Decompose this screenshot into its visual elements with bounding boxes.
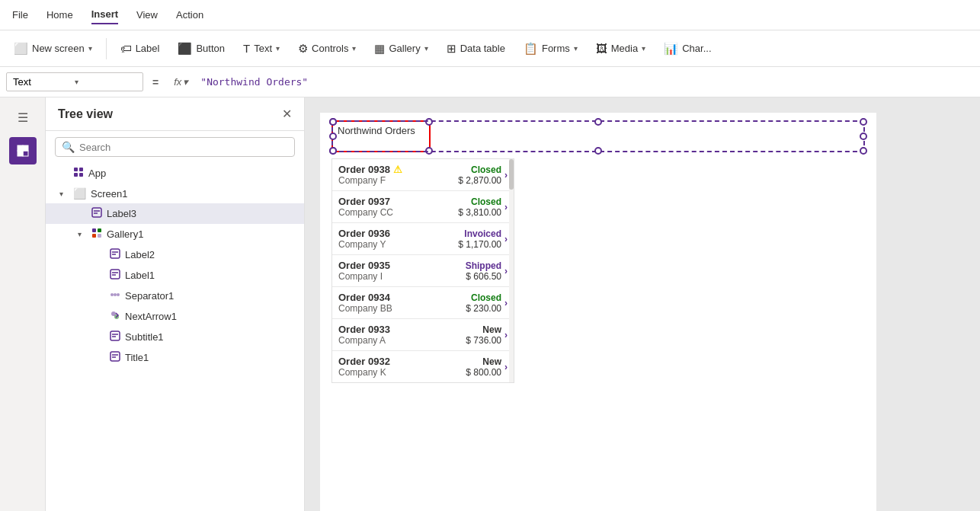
formula-input[interactable]: "Northwind Orders" [197, 73, 974, 91]
order-row-0934[interactable]: Order 0934 Company BB Closed $ 230.00 › [332, 287, 514, 319]
data-table-button[interactable]: ⊞ Data table [439, 37, 513, 60]
order-chevron-0936[interactable]: › [504, 234, 508, 244]
search-input[interactable] [79, 142, 288, 153]
label3-icon [91, 207, 102, 220]
media-button[interactable]: 🖼 Media ▾ [588, 37, 653, 59]
menu-home[interactable]: Home [46, 6, 73, 24]
expand-gallery1[interactable]: ▾ [78, 230, 87, 238]
svg-rect-26 [110, 331, 120, 340]
menu-file[interactable]: File [12, 6, 28, 24]
new-screen-caret: ▾ [88, 44, 92, 53]
order-chevron-0934[interactable]: › [504, 298, 508, 308]
order-row-0935[interactable]: Order 0935 Company I Shipped $ 606.50 › [332, 255, 514, 287]
charts-button[interactable]: 📊 Char... [656, 37, 719, 60]
menu-view[interactable]: View [136, 6, 158, 24]
order-chevron-0935[interactable]: › [504, 266, 508, 276]
tree-item-gallery1[interactable]: ▾ Gallery1 [46, 224, 304, 244]
tree-item-app-label: App [88, 168, 106, 179]
menu-action[interactable]: Action [176, 6, 203, 24]
button-icon: ⬛ [178, 42, 192, 56]
gallery-caret: ▾ [424, 44, 428, 53]
handle-wide-bm[interactable] [594, 147, 602, 155]
order-chevron-0937[interactable]: › [504, 202, 508, 212]
order-row-0932[interactable]: Order 0932 Company K New $ 800.00 › [332, 351, 514, 382]
svg-rect-15 [110, 249, 120, 258]
tree-item-gallery1-label: Gallery1 [107, 228, 143, 240]
screen-canvas: Northwind Orders [320, 113, 876, 511]
order-company-0933: Company A [338, 335, 453, 346]
canvas-area[interactable]: Northwind Orders [305, 97, 980, 511]
order-amount-0935: $ 606.50 [456, 271, 501, 282]
order-status-0935: Shipped [456, 260, 501, 271]
order-chevron-0932[interactable]: › [504, 362, 508, 372]
order-status-0936: Invoiced [456, 228, 501, 239]
order-number-0935: Order 0935 [338, 260, 453, 271]
tree-header: Tree view ✕ [46, 97, 304, 131]
subtitle1-icon [110, 331, 120, 343]
order-row-0938[interactable]: Order 0938 ⚠ Company F Closed $ 2,870.00… [332, 159, 514, 191]
sidebar-layers[interactable] [9, 137, 37, 164]
order-row-0933[interactable]: Order 0933 Company A New $ 736.00 › [332, 319, 514, 351]
expand-screen1[interactable]: ▾ [59, 190, 69, 198]
text-button[interactable]: T Text ▾ [235, 37, 287, 59]
label-button[interactable]: 🏷 Label [113, 37, 168, 59]
controls-icon: ⚙ [298, 42, 308, 56]
handle-wide-tm[interactable] [594, 118, 602, 126]
order-row-0937[interactable]: Order 0937 Company CC Closed $ 3,810.00 … [332, 191, 514, 223]
order-company-0932: Company K [338, 367, 453, 378]
menu-bar: File Home Insert View Action [0, 0, 980, 30]
forms-button[interactable]: 📋 Forms ▾ [516, 37, 585, 60]
tree-item-app[interactable]: App [46, 163, 304, 184]
formula-selector[interactable]: Text ▾ [6, 72, 143, 91]
svg-rect-6 [74, 173, 78, 177]
gallery-button[interactable]: ▦ Gallery ▾ [367, 37, 435, 60]
tree-item-title1[interactable]: Title1 [46, 347, 304, 368]
tree-item-label3[interactable]: Label3 [46, 203, 304, 224]
label3-selected[interactable]: Northwind Orders [331, 120, 431, 152]
tree-item-label2[interactable]: Label2 [46, 244, 304, 265]
new-screen-button[interactable]: ⬜ New screen ▾ [6, 37, 100, 60]
handle-wide-tr[interactable] [860, 118, 867, 126]
tree-item-label1[interactable]: Label1 [46, 265, 304, 286]
tree-item-label2-label: Label2 [125, 249, 155, 260]
handle-br[interactable] [425, 147, 433, 155]
tree-item-separator1[interactable]: Separator1 [46, 286, 304, 306]
svg-rect-7 [79, 173, 83, 177]
order-row-0936[interactable]: Order 0936 Company Y Invoiced $ 1,170.00… [332, 223, 514, 255]
tree-item-screen1[interactable]: ▾ ⬜ Screen1 [46, 184, 304, 203]
svg-rect-4 [74, 168, 78, 171]
label-btn-label: Label [136, 43, 160, 54]
handle-bl[interactable] [329, 147, 337, 155]
warning-icon-0938: ⚠ [393, 164, 402, 175]
menu-insert[interactable]: Insert [91, 5, 118, 24]
tree-title: Tree view [58, 107, 113, 121]
charts-btn-label: Char... [682, 43, 711, 54]
controls-button[interactable]: ⚙ Controls ▾ [290, 37, 363, 60]
order-company-0935: Company I [338, 271, 453, 282]
gallery-btn-label: Gallery [389, 43, 420, 54]
order-chevron-0938[interactable]: › [504, 170, 508, 180]
button-button[interactable]: ⬛ Button [170, 37, 232, 60]
handle-wide-mr[interactable] [860, 133, 867, 140]
svg-point-23 [117, 293, 120, 296]
forms-caret: ▾ [574, 44, 578, 53]
handle-tr[interactable] [425, 118, 433, 126]
handle-tl[interactable] [329, 118, 337, 126]
charts-icon: 📊 [664, 42, 678, 56]
tree-item-subtitle1[interactable]: Subtitle1 [46, 327, 304, 347]
sidebar-hamburger[interactable]: ☰ [9, 104, 37, 131]
order-amount-0932: $ 800.00 [456, 367, 501, 378]
tree-search[interactable]: 🔍 [55, 137, 295, 157]
order-number-0933: Order 0933 [338, 324, 453, 335]
forms-icon: 📋 [524, 42, 538, 56]
svg-point-22 [114, 293, 117, 296]
screen-icon: ⬜ [73, 187, 86, 200]
order-chevron-0933[interactable]: › [504, 330, 508, 340]
tree-close-button[interactable]: ✕ [282, 107, 292, 121]
order-company-0938: Company F [338, 175, 453, 186]
list-scrollbar[interactable] [509, 159, 514, 382]
svg-rect-12 [98, 228, 101, 232]
data-table-btn-label: Data table [460, 43, 505, 54]
handle-wide-br[interactable] [860, 147, 867, 155]
tree-item-nextarrow1[interactable]: NextArrow1 [46, 306, 304, 327]
